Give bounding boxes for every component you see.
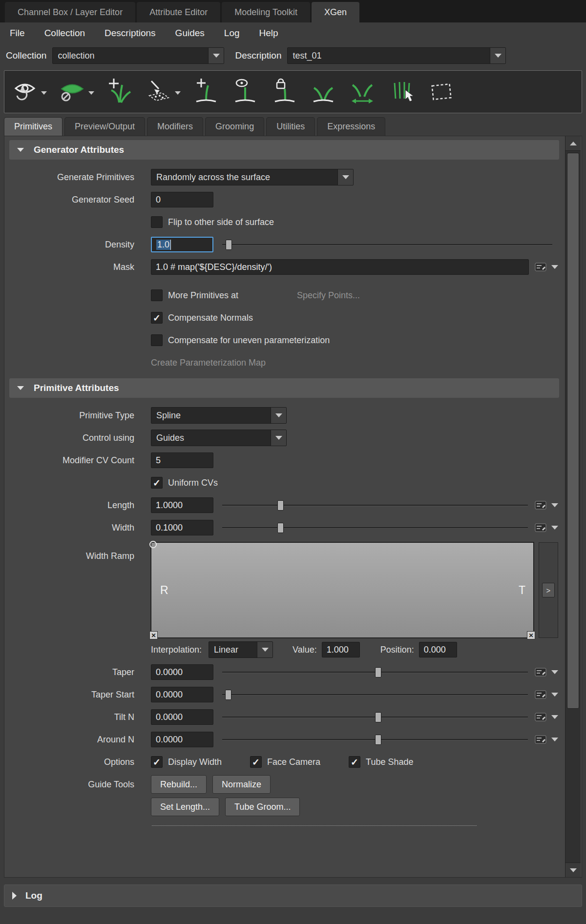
expression-icon[interactable]: [535, 523, 546, 532]
tab-xgen[interactable]: XGen: [312, 2, 359, 22]
around-n-input[interactable]: [151, 732, 213, 747]
expression-icon[interactable]: [535, 263, 546, 271]
compensate-normals-checkbox[interactable]: [151, 312, 163, 324]
ramp-value-input[interactable]: [322, 642, 360, 657]
tab-attribute-editor[interactable]: Attribute Editor: [137, 2, 220, 22]
width-slider[interactable]: [222, 520, 528, 535]
chevron-down-icon[interactable]: [88, 87, 94, 97]
chevron-down-icon[interactable]: [41, 87, 47, 97]
vertical-scrollbar[interactable]: [565, 136, 581, 877]
attr-menu-arrow-icon[interactable]: [551, 715, 558, 719]
length-slider[interactable]: [222, 498, 528, 513]
control-using-dropdown[interactable]: Guides: [151, 430, 287, 446]
taper-input[interactable]: [151, 664, 213, 680]
display-width-checkbox[interactable]: [151, 756, 163, 768]
chevron-down-icon[interactable]: [175, 87, 181, 97]
slider-handle[interactable]: [375, 667, 381, 678]
ramp-delete-marker[interactable]: ✕: [527, 631, 535, 639]
tab-modifiers[interactable]: Modifiers: [147, 117, 203, 136]
guide-visibility-button[interactable]: [231, 78, 259, 105]
generator-attributes-header[interactable]: Generator Attributes: [9, 140, 559, 160]
slider-handle[interactable]: [375, 735, 381, 745]
ramp-expand-button[interactable]: >: [542, 583, 555, 597]
attr-menu-arrow-icon[interactable]: [551, 526, 558, 530]
primitive-type-dropdown[interactable]: Spline: [151, 407, 287, 424]
slider-handle[interactable]: [226, 240, 232, 250]
add-guide-button[interactable]: [192, 78, 220, 105]
tab-expressions[interactable]: Expressions: [317, 117, 385, 136]
preview-refresh-button[interactable]: [11, 78, 47, 105]
expression-icon[interactable]: [535, 501, 546, 510]
expression-icon[interactable]: [535, 713, 546, 721]
tab-modeling-toolkit[interactable]: Modeling Toolkit: [222, 2, 310, 22]
taper-start-input[interactable]: [151, 687, 213, 702]
flip-surface-checkbox[interactable]: [151, 216, 163, 228]
width-ramp-editor[interactable]: ✕ ✕ R T: [151, 542, 534, 638]
scroll-down-button[interactable]: [565, 862, 581, 877]
menu-log[interactable]: Log: [224, 28, 240, 39]
tube-groom-button[interactable]: Tube Groom...: [225, 798, 300, 816]
compensate-uneven-checkbox[interactable]: [151, 334, 163, 346]
tab-preview-output[interactable]: Preview/Output: [64, 117, 145, 136]
attr-menu-arrow-icon[interactable]: [551, 503, 558, 507]
tilt-n-input[interactable]: [151, 709, 213, 725]
menu-descriptions[interactable]: Descriptions: [105, 28, 156, 39]
generator-seed-input[interactable]: [151, 192, 213, 207]
density-slider[interactable]: [222, 237, 552, 252]
primitive-attributes-header[interactable]: Primitive Attributes: [9, 378, 559, 398]
mask-input[interactable]: [151, 259, 529, 275]
create-description-button[interactable]: [106, 78, 133, 105]
uniform-cvs-checkbox[interactable]: [151, 477, 163, 489]
modifier-cv-count-input[interactable]: [151, 452, 213, 468]
face-camera-checkbox[interactable]: [250, 756, 262, 768]
guide-width-button[interactable]: [349, 78, 376, 105]
scroll-up-button[interactable]: [565, 136, 581, 151]
slider-handle[interactable]: [277, 523, 284, 533]
tilt-n-slider[interactable]: [222, 710, 528, 724]
generate-primitives-dropdown[interactable]: Randomly across the surface: [151, 169, 354, 185]
menu-guides[interactable]: Guides: [175, 28, 205, 39]
attr-menu-arrow-icon[interactable]: [551, 693, 558, 697]
expression-icon[interactable]: [535, 735, 546, 744]
attr-menu-arrow-icon[interactable]: [551, 670, 558, 674]
taper-start-slider[interactable]: [222, 687, 528, 702]
tube-shade-checkbox[interactable]: [349, 756, 360, 768]
slider-handle[interactable]: [375, 712, 381, 722]
length-input[interactable]: [151, 497, 213, 513]
attr-menu-arrow-icon[interactable]: [551, 265, 558, 269]
around-n-slider[interactable]: [222, 732, 528, 747]
slider-handle[interactable]: [225, 690, 231, 700]
tab-channel-box[interactable]: Channel Box / Layer Editor: [5, 2, 135, 22]
description-dropdown[interactable]: test_01: [287, 47, 506, 64]
region-select-button[interactable]: [428, 78, 455, 105]
set-length-button[interactable]: Set Length...: [151, 798, 219, 816]
toggle-primitive-display-button[interactable]: [59, 78, 94, 105]
log-section-header[interactable]: Log: [4, 884, 582, 907]
menu-collection[interactable]: Collection: [44, 28, 85, 39]
groom-comb-button[interactable]: [388, 78, 416, 105]
taper-slider[interactable]: [222, 665, 528, 679]
width-input[interactable]: [151, 520, 213, 535]
expression-icon[interactable]: [535, 668, 546, 677]
collection-dropdown[interactable]: collection: [52, 47, 224, 64]
menu-help[interactable]: Help: [259, 28, 278, 39]
ramp-delete-marker[interactable]: ✕: [149, 631, 158, 639]
scrollbar-thumb[interactable]: [567, 153, 579, 709]
menu-file[interactable]: File: [10, 28, 25, 39]
tab-primitives[interactable]: Primitives: [4, 117, 63, 136]
tab-grooming[interactable]: Grooming: [205, 117, 264, 136]
ramp-position-input[interactable]: [419, 642, 457, 657]
normalize-button[interactable]: Normalize: [212, 775, 271, 794]
attr-menu-arrow-icon[interactable]: [551, 738, 558, 741]
tab-utilities[interactable]: Utilities: [266, 117, 315, 136]
slider-handle[interactable]: [277, 500, 284, 511]
guides-display-button[interactable]: [310, 78, 337, 105]
lock-guide-length-button[interactable]: [271, 78, 298, 105]
density-input[interactable]: 1.0: [151, 237, 213, 252]
rebuild-button[interactable]: Rebuild...: [151, 775, 207, 794]
export-selection-button[interactable]: [145, 78, 181, 105]
expression-icon[interactable]: [535, 690, 546, 699]
ramp-point-marker[interactable]: [149, 541, 157, 548]
more-primitives-checkbox[interactable]: [151, 289, 163, 301]
interpolation-dropdown[interactable]: Linear: [209, 641, 273, 658]
